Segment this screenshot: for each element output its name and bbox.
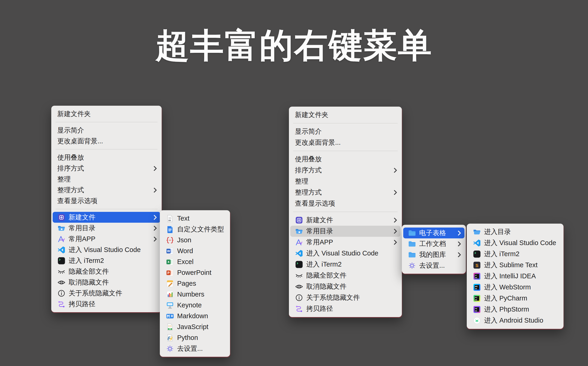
menu-item-numbers[interactable]: Numbers [161, 289, 229, 300]
menu-item-new-folder[interactable]: 新建文件夹 [290, 109, 401, 121]
menu-item-open-intellij-idea[interactable]: IJ进入 IntelliJ IDEA [468, 271, 562, 282]
menu-item-about-hidden-files[interactable]: 关于系统隐藏文件 [53, 288, 160, 299]
menu-item-markdown[interactable]: Markdown [161, 311, 229, 321]
menu-item-label: Keynote [177, 301, 224, 309]
menu-item-clean-up-by[interactable]: 整理方式 [290, 187, 401, 198]
menu-item-work-documents[interactable]: 工作文档 [403, 238, 464, 249]
submenu-chevron-icon [152, 187, 157, 193]
submenu-chevron-icon [152, 215, 157, 220]
menu-item-show-view-options[interactable]: 查看显示选项 [53, 195, 160, 206]
menu-item-label: 整理方式 [295, 188, 389, 197]
menu-item-label: 关于系统隐藏文件 [69, 289, 156, 298]
menu-item-new-file[interactable]: 新建文件 [53, 212, 160, 223]
menu-item-copy-path[interactable]: 拷贝路径 [290, 303, 401, 314]
menu-item-label: 常用目录 [69, 224, 149, 233]
pycharm-icon: PC [473, 294, 481, 303]
svg-text:X: X [167, 260, 170, 264]
menu-item-powerpoint[interactable]: PPowerPoint [161, 267, 229, 278]
menu-item-show-info[interactable]: 显示简介 [53, 125, 160, 136]
menu-item-open-directory[interactable]: 进入目录 [468, 226, 562, 237]
menu-item-my-gallery[interactable]: 我的图库 [403, 249, 464, 260]
menu-item-open-iterm2[interactable]: 进入 iTerm2 [53, 255, 160, 266]
menu-item-favorite-folders[interactable]: 常用目录 [290, 226, 401, 237]
menu-item-open-pycharm[interactable]: PC进入 PyCharm [468, 293, 562, 304]
menu-item-label: 进入 Visual Studio Code [484, 238, 558, 248]
eye-closed-icon [57, 267, 66, 276]
menu-item-open-webstorm[interactable]: WS进入 WebStorm [468, 282, 562, 293]
menu-item-open-vscode[interactable]: 进入 Visual Studio Code [290, 248, 401, 259]
folder-star-icon [295, 227, 303, 235]
menu-item-show-view-options[interactable]: 查看显示选项 [290, 198, 401, 209]
menu-item-python[interactable]: Python [161, 332, 229, 343]
menu-item-label: 使用叠放 [57, 153, 156, 162]
menu-item-label: Json [177, 236, 224, 244]
menu-item-label: 常用APP [306, 238, 389, 247]
page-title: 超丰富的右键菜单 [0, 23, 588, 69]
svg-text:IJ: IJ [475, 274, 476, 276]
menu-item-go-settings[interactable]: 去设置... [161, 343, 229, 354]
menu-item-label: 进入 PhpStorm [484, 305, 558, 314]
menu-item-use-stacks[interactable]: 使用叠放 [290, 154, 401, 165]
path-icon [57, 300, 66, 308]
menu-item-hide-all-files[interactable]: 隐藏全部文件 [290, 270, 401, 281]
new-file-icon [57, 213, 66, 221]
menu-item-open-sublime-text[interactable]: S进入 Sublime Text [468, 260, 562, 271]
menu-item-sort-by[interactable]: 排序方式 [290, 165, 401, 176]
menu-item-word[interactable]: WWord [161, 245, 229, 256]
menu-item-new-folder[interactable]: 新建文件夹 [53, 108, 160, 119]
menu-item-open-android-studio[interactable]: 进入 Android Studio [468, 315, 562, 326]
markdown-icon [166, 312, 174, 320]
menu-item-javascript[interactable]: JSJavaScript [161, 321, 229, 332]
menu-item-clean-up[interactable]: 整理 [53, 174, 160, 185]
submenu-chevron-icon [456, 252, 461, 257]
menu-item-open-iterm2[interactable]: 进入 iTerm2 [468, 249, 562, 260]
menu-item-clean-up[interactable]: 整理 [290, 176, 401, 187]
menu-divider [55, 149, 157, 150]
menu-item-use-stacks[interactable]: 使用叠放 [53, 152, 160, 163]
menu-item-sort-by[interactable]: 排序方式 [53, 163, 160, 174]
menu-item-excel[interactable]: XExcel [161, 256, 229, 267]
menu-item-label: Numbers [177, 290, 224, 298]
menu-item-hide-all-files[interactable]: 隐藏全部文件 [53, 266, 160, 277]
menu-item-label: 进入 Android Studio [484, 316, 558, 325]
menu-divider [293, 151, 398, 151]
menu-item-copy-path[interactable]: 拷贝路径 [53, 299, 160, 309]
menu-item-unhide-files[interactable]: 取消隐藏文件 [53, 277, 160, 288]
menu-item-label: 进入 iTerm2 [306, 260, 396, 269]
menu-item-text[interactable]: Text [161, 213, 229, 224]
menu-item-label: PowerPoint [177, 269, 224, 276]
menu-item-pages[interactable]: Pages [161, 278, 229, 289]
submenu-chevron-icon [152, 236, 157, 242]
menu-item-keynote[interactable]: Keynote [161, 300, 229, 311]
menu-item-favorite-apps[interactable]: 常用APP [290, 237, 401, 248]
menu-item-new-file[interactable]: 新建文件 [290, 215, 401, 226]
menu-item-open-iterm2[interactable]: 进入 iTerm2 [290, 259, 401, 270]
eye-icon [295, 282, 303, 291]
menu-item-json[interactable]: Json [161, 235, 229, 245]
menu-item-custom-file-type[interactable]: 自定义文件类型 [161, 224, 229, 235]
menu-item-change-wallpaper[interactable]: 更改桌面背景... [290, 137, 401, 148]
menu-item-open-phpstorm[interactable]: PS进入 PhpStorm [468, 304, 562, 315]
menu-item-show-info[interactable]: 显示简介 [290, 126, 401, 137]
menu-item-spreadsheets[interactable]: 电子表格 [403, 228, 464, 238]
menu-item-open-vscode[interactable]: 进入 Visual Studio Code [53, 244, 160, 255]
menu-item-favorite-apps[interactable]: 常用APP [53, 234, 160, 244]
menu-item-change-wallpaper[interactable]: 更改桌面背景... [53, 136, 160, 146]
menu-item-open-vscode[interactable]: 进入 Visual Studio Code [468, 237, 562, 249]
menu-item-about-hidden-files[interactable]: 关于系统隐藏文件 [290, 292, 401, 303]
menu-item-label: 新建文件夹 [295, 110, 396, 120]
menu-item-favorite-folders[interactable]: 常用目录 [53, 223, 160, 234]
webstorm-icon: WS [473, 283, 481, 291]
submenu-chevron-icon [152, 166, 157, 171]
submenu-chevron-icon [392, 240, 397, 245]
menu-item-go-settings[interactable]: 去设置... [403, 260, 464, 271]
menu-item-label: Excel [177, 258, 224, 266]
context-menu-1: 新建文件夹显示简介更改桌面背景...使用叠放排序方式整理整理方式查看显示选项新建… [51, 106, 162, 312]
info-icon [57, 289, 66, 297]
menu-item-clean-up-by[interactable]: 整理方式 [53, 185, 160, 195]
menu-item-unhide-files[interactable]: 取消隐藏文件 [290, 281, 401, 292]
svg-text:WS: WS [475, 286, 478, 287]
context-menu-2: 新建文件夹显示简介更改桌面背景...使用叠放排序方式整理整理方式查看显示选项新建… [289, 107, 402, 317]
new-file-icon [295, 216, 303, 224]
menu-item-label: 进入 Sublime Text [484, 260, 558, 270]
